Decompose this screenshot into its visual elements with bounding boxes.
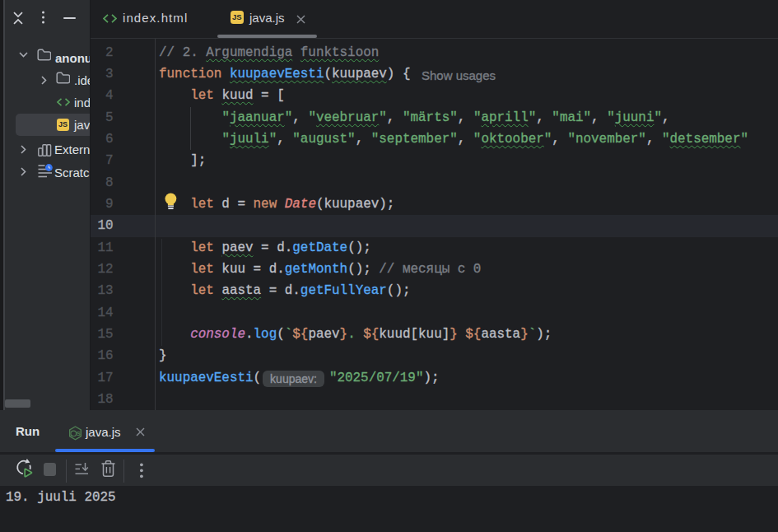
- svg-text:S: S: [77, 430, 81, 437]
